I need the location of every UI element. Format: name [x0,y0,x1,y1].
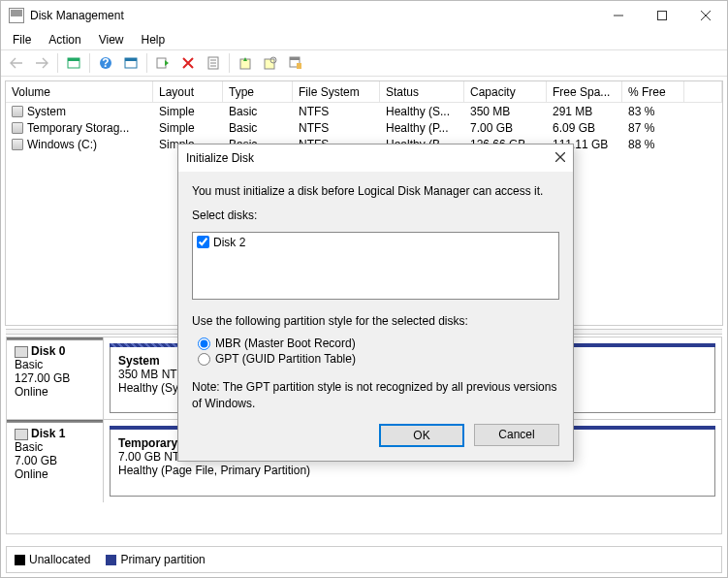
menu-bar: File Action View Help [1,30,727,49]
window-title: Disk Management [30,9,596,22]
action1-button[interactable] [234,52,257,74]
disk2-checkbox[interactable] [197,236,209,248]
svg-rect-2 [68,58,79,61]
settings-button[interactable] [119,52,142,74]
disk-list[interactable]: Disk 2 [192,232,559,300]
col-layout[interactable]: Layout [153,81,223,102]
svg-rect-7 [157,58,166,68]
volume-icon [12,139,23,150]
disk-info[interactable]: Disk 0 Basic 127.00 GB Online [7,337,104,419]
svg-rect-6 [125,58,137,61]
legend: Unallocated Primary partition [6,546,722,573]
legend-primary-swatch [106,555,116,565]
col-freespace[interactable]: Free Spa... [547,81,622,102]
menu-view[interactable]: View [91,31,132,48]
partition-style-label: Use the following partition style for th… [192,313,559,330]
svg-text:?: ? [102,56,109,70]
delete-button[interactable] [176,52,200,74]
title-bar: Disk Management [1,1,727,30]
close-button[interactable] [683,2,727,30]
menu-help[interactable]: Help [134,31,174,48]
dialog-title: Initialize Disk [186,151,555,165]
table-row[interactable]: Temporary Storag... Simple Basic NTFS He… [6,119,722,136]
toolbar: ? [1,49,727,77]
svg-rect-16 [290,57,300,60]
action3-button[interactable] [284,52,307,74]
col-capacity[interactable]: Capacity [464,81,547,102]
menu-action[interactable]: Action [41,31,88,48]
gpt-radio[interactable] [198,353,210,366]
svg-rect-13 [265,59,274,69]
col-status[interactable]: Status [380,81,464,102]
col-filesystem[interactable]: File System [293,81,380,102]
help-button[interactable]: ? [94,52,117,74]
legend-unallocated-swatch [15,555,25,565]
cancel-button[interactable]: Cancel [474,424,559,446]
minimize-button[interactable] [596,2,640,30]
select-disks-label: Select disks: [192,208,559,224]
menu-file[interactable]: File [5,31,39,48]
view-button[interactable] [62,52,85,74]
svg-rect-17 [297,63,301,69]
refresh-button[interactable] [151,52,174,74]
svg-rect-0 [657,12,666,20]
volume-icon [12,122,23,134]
gpt-option[interactable]: GPT (GUID Partition Table) [198,352,559,366]
back-button [5,52,28,74]
ok-button[interactable]: OK [379,424,464,447]
volume-icon [12,106,23,117]
table-row[interactable]: System Simple Basic NTFS Healthy (S... 3… [6,103,722,119]
disk-list-item[interactable]: Disk 2 [197,235,554,250]
disk-info[interactable]: Disk 1 Basic 7.00 GB Online [7,420,104,502]
legend-unallocated: Unallocated [29,553,90,566]
dialog-message: You must initialize a disk before Logica… [192,183,559,200]
table-header: Volume Layout Type File System Status Ca… [6,81,722,103]
mbr-radio[interactable] [198,337,210,350]
disk2-label: Disk 2 [213,236,245,249]
col-pctfree[interactable]: % Free [622,81,684,102]
disk-icon [15,346,28,358]
maximize-button[interactable] [640,2,683,30]
legend-primary: Primary partition [120,553,205,566]
dialog-note: Note: The GPT partition style is not rec… [192,379,559,412]
app-icon [9,8,24,23]
col-type[interactable]: Type [223,81,293,102]
dialog-close-button[interactable] [555,151,565,165]
forward-button [30,52,53,74]
col-volume[interactable]: Volume [6,81,153,102]
disk-icon [15,429,28,440]
properties-button[interactable] [202,52,225,74]
mbr-option[interactable]: MBR (Master Boot Record) [198,337,559,350]
initialize-disk-dialog: Initialize Disk You must initialize a di… [177,144,574,462]
action2-button[interactable] [259,52,282,74]
